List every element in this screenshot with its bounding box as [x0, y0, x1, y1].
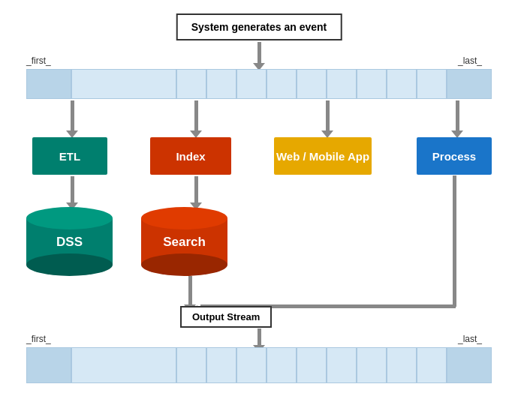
out-cell-h-left: [26, 347, 71, 383]
out-cell-6: [297, 347, 327, 383]
svg-point-1: [26, 207, 113, 230]
arrow-shaft: [188, 276, 192, 304]
out-cell-5: [267, 347, 297, 383]
index-label: Index: [176, 150, 205, 163]
stream-cell-highlight-right: [447, 69, 492, 99]
svg-point-2: [26, 254, 113, 276]
stream-cell-highlight-left: [26, 69, 71, 99]
stream-cell-6: [297, 69, 327, 99]
stream-cell-7: [327, 69, 357, 99]
output-stream-bar: [26, 347, 492, 383]
stream-cell-8: [357, 69, 387, 99]
input-last-label: _last_: [458, 56, 482, 66]
diagram: System generates an event _first_ _last_: [0, 0, 518, 420]
webapp-label: Web / Mobile App: [276, 150, 369, 163]
out-cell-10: [417, 347, 447, 383]
svg-point-4: [141, 207, 227, 230]
stream-cell-2: [176, 69, 206, 99]
arrow-shaft: [194, 176, 198, 202]
arrow-shaft: [194, 100, 198, 130]
out-cell-4: [236, 347, 267, 383]
out-cell-2: [176, 347, 206, 383]
stream-cell-10: [417, 69, 447, 99]
arrow-to-process: [451, 100, 463, 138]
arrow-shaft: [71, 100, 74, 130]
event-title: System generates an event: [191, 21, 327, 33]
process-arrow-vertical: [453, 176, 456, 307]
out-cell-1: [71, 347, 176, 383]
search-label: Search: [163, 235, 206, 249]
stream-cell-5: [267, 69, 297, 99]
stream-cell-9: [387, 69, 417, 99]
out-cell-h-right: [447, 347, 492, 383]
webapp-box: Web / Mobile App: [274, 137, 372, 175]
out-cell-7: [327, 347, 357, 383]
out-cell-8: [357, 347, 387, 383]
etl-label: ETL: [59, 150, 80, 163]
arrow-to-index: [190, 100, 202, 138]
arrow-event-to-stream: [253, 42, 265, 70]
out-cell-3: [206, 347, 236, 383]
input-stream-bar: [26, 69, 492, 99]
event-box: System generates an event: [176, 14, 342, 40]
etl-box: ETL: [32, 137, 107, 175]
stream-cell-4: [236, 69, 267, 99]
arrow-shaft: [326, 100, 330, 130]
svg-point-5: [141, 254, 227, 276]
out-cell-9: [387, 347, 417, 383]
stream-cell-3: [206, 69, 236, 99]
arrow-to-webapp: [321, 100, 333, 138]
process-label: Process: [432, 150, 476, 163]
arrow-shaft: [71, 176, 74, 202]
output-stream-label: Output Stream: [192, 311, 260, 322]
search-cylinder: Search: [137, 205, 231, 279]
process-box: Process: [417, 137, 492, 175]
arrow-to-etl: [66, 100, 78, 138]
arrow-shaft: [257, 42, 261, 63]
output-stream-box: Output Stream: [180, 306, 272, 328]
stream-cell-1: [71, 69, 176, 99]
input-first-label: _first_: [26, 56, 51, 66]
output-first-label: _first_: [26, 334, 51, 344]
arrow-shaft: [456, 100, 459, 130]
index-box: Index: [150, 137, 231, 175]
input-stream-container: _first_ _last_: [26, 69, 492, 99]
dss-label: DSS: [56, 235, 83, 249]
output-last-label: _last_: [458, 334, 482, 344]
arrow-shaft: [257, 328, 261, 345]
dss-cylinder: DSS: [23, 205, 116, 279]
output-stream-container: _first_ _last_: [26, 347, 492, 383]
